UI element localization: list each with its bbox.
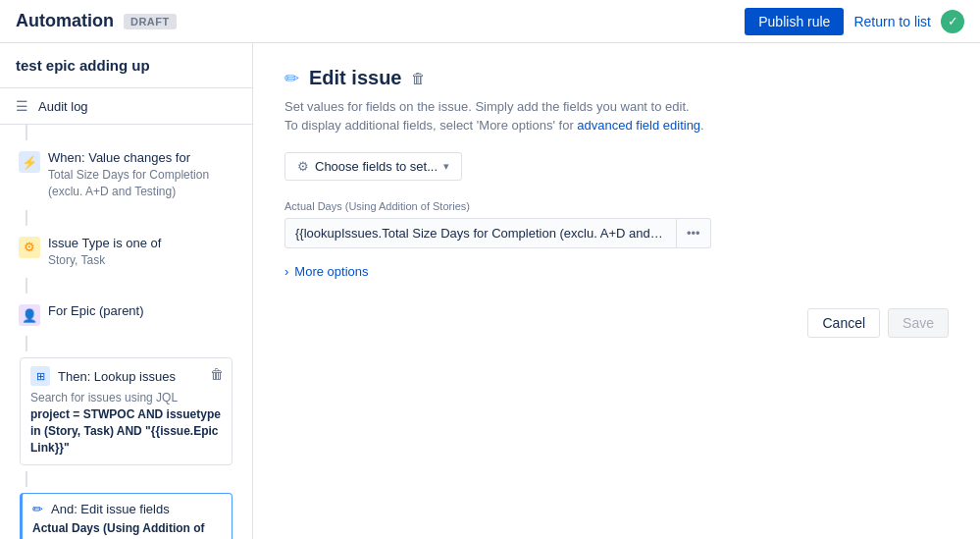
pencil-icon: ✏ [284,68,299,89]
more-options-label: More options [294,264,368,279]
edit-issue-header: ✏ Edit issue 🗑 [284,67,949,89]
for-epic-label: For Epic (parent) [48,303,236,318]
trigger-item[interactable]: ⚡ When: Value changes for Total Size Day… [0,140,252,210]
draft-badge: DRAFT [124,14,177,29]
return-to-list-link[interactable]: Return to list [853,14,931,29]
condition-text: Issue Type is one of Story, Task [48,236,236,269]
advanced-field-link[interactable]: advanced field editing [577,118,700,133]
sidebar: test epic adding up ☰ Audit log ⚡ When: … [0,43,253,539]
then-block-wrapper: 🗑 ⊞ Then: Lookup issues Search for issue… [10,336,242,539]
lookup-sublabel: Search for issues using JQL project = ST… [30,390,222,456]
edit-icon: ✏ [32,502,43,516]
more-options-toggle[interactable]: › More options [284,264,949,279]
lookup-detail: project = STWPOC AND issuetype in (Story… [30,407,221,455]
header-right: Publish rule Return to list ✓ [745,8,964,35]
trigger-icon: ⚡ [19,151,40,173]
field-label: Actual Days (Using Addition of Stories) [284,200,949,212]
main-layout: test epic adding up ☰ Audit log ⚡ When: … [0,43,980,539]
field-options-button[interactable]: ••• [677,218,711,248]
edit-desc2-prefix: To display additional fields, select 'Mo… [284,118,577,133]
trigger-sublabel: Total Size Days for Completion (exclu. A… [48,167,236,200]
delete-lookup-icon[interactable]: 🗑 [210,366,224,382]
connector-line-1 [26,125,27,140]
connector-line-5 [26,471,27,487]
edit-issue-title: Edit issue [309,67,401,89]
chevron-down-icon: ▾ [443,160,449,173]
audit-log-icon: ☰ [16,98,28,114]
condition-item[interactable]: ⚙ Issue Type is one of Story, Task [0,226,252,279]
chevron-right-icon: › [284,264,288,279]
for-epic-text: For Epic (parent) [48,303,236,318]
condition-icon: ⚙ [19,237,40,258]
edit-desc-1: Set values for fields on the issue. Simp… [284,99,949,114]
for-epic-item[interactable]: 👤 For Epic (parent) [0,294,252,336]
lookup-icon: ⊞ [30,366,50,386]
trigger-text: When: Value changes for Total Size Days … [48,150,236,200]
edit-sublabel: Actual Days (Using Addition of Stories) [32,520,222,539]
content-area: ✏ Edit issue 🗑 Set values for fields on … [253,43,980,539]
save-button: Save [888,308,949,338]
lookup-issues-block[interactable]: 🗑 ⊞ Then: Lookup issues Search for issue… [20,357,232,464]
header-left: Automation DRAFT [16,11,177,31]
rule-name: test epic adding up [0,43,252,88]
edit-issue-block[interactable]: ✏ And: Edit issue fields Actual Days (Us… [20,493,232,539]
audit-log-label: Audit log [38,99,88,114]
header: Automation DRAFT Publish rule Return to … [0,0,980,43]
lookup-label: Then: Lookup issues [58,369,176,384]
field-value-input[interactable] [284,218,677,248]
condition-label: Issue Type is one of [48,236,236,250]
choose-fields-button[interactable]: ⚙ Choose fields to set... ▾ [284,152,462,181]
check-icon: ✓ [941,10,964,33]
gear-icon: ⚙ [297,159,309,174]
action-buttons: Cancel Save [284,308,949,338]
cancel-button[interactable]: Cancel [807,308,880,338]
choose-fields-label: Choose fields to set... [315,159,438,174]
publish-button[interactable]: Publish rule [745,8,844,35]
app-title: Automation [16,11,114,31]
trigger-label: When: Value changes for [48,150,236,165]
connector-line-2 [26,210,27,226]
connector-line-3 [26,278,27,294]
field-section: Actual Days (Using Addition of Stories) … [284,200,949,248]
edit-detail: Actual Days (Using Addition of Stories) [32,521,205,539]
edit-label: And: Edit issue fields [51,502,170,516]
condition-sublabel: Story, Task [48,252,236,269]
audit-log-item[interactable]: ☰ Audit log [0,88,252,125]
for-epic-icon: 👤 [19,304,40,326]
connector-line-4 [26,336,27,351]
trash-icon[interactable]: 🗑 [411,70,426,86]
edit-desc2-suffix: . [700,118,704,133]
edit-desc-2: To display additional fields, select 'Mo… [284,118,949,133]
field-input-row: ••• [284,218,949,248]
